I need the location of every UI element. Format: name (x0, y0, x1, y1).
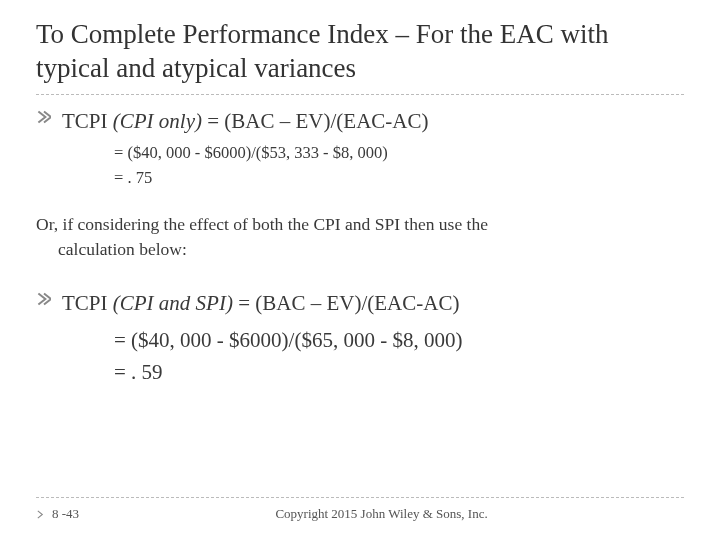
slide: To Complete Performance Index – For the … (0, 0, 720, 540)
copyright: Copyright 2015 John Wiley & Sons, Inc. (79, 506, 684, 522)
mid-line-2: calculation below: (40, 237, 684, 262)
footer-row: 8 -43 Copyright 2015 John Wiley & Sons, … (36, 506, 684, 522)
bullet-2-rest: = (BAC – EV)/(EAC-AC) (233, 291, 460, 315)
mid-paragraph: Or, if considering the effect of both th… (36, 212, 684, 261)
calc-2-line-1: = ($40, 000 - $6000)/($65, 000 - $8, 000… (114, 324, 684, 357)
footer-divider (36, 497, 684, 498)
calc-1: = ($40, 000 - $6000)/($53, 333 - $8, 000… (114, 141, 684, 191)
page-number: 8 -43 (52, 506, 79, 522)
calc-1-line-2: = . 75 (114, 166, 684, 191)
bullet-1-prefix: TCPI (62, 109, 108, 133)
bullet-1-rest: = (BAC – EV)/(EAC-AC) (202, 109, 429, 133)
calc-2-line-2: = . 59 (114, 356, 684, 389)
bullet-1-text: TCPI (CPI only) = (BAC – EV)/(EAC-AC) (62, 107, 429, 135)
slide-title: To Complete Performance Index – For the … (36, 18, 684, 86)
mid-line-1: Or, if considering the effect of both th… (40, 212, 684, 237)
bullet-1-paren: (CPI only) (113, 109, 202, 133)
chevron-right-icon (36, 509, 46, 519)
bullet-icon (36, 107, 52, 127)
footer: 8 -43 Copyright 2015 John Wiley & Sons, … (36, 497, 684, 522)
calc-2: = ($40, 000 - $6000)/($65, 000 - $8, 000… (114, 324, 684, 389)
bullet-1: TCPI (CPI only) = (BAC – EV)/(EAC-AC) (36, 107, 684, 135)
footer-left: 8 -43 (36, 506, 79, 522)
calc-1-line-1: = ($40, 000 - $6000)/($53, 333 - $8, 000… (114, 141, 684, 166)
bullet-2: TCPI (CPI and SPI) = (BAC – EV)/(EAC-AC) (36, 289, 684, 317)
title-divider (36, 94, 684, 95)
bullet-2-paren: (CPI and SPI) (113, 291, 233, 315)
bullet-2-prefix: TCPI (62, 291, 108, 315)
bullet-icon (36, 289, 52, 309)
bullet-2-text: TCPI (CPI and SPI) = (BAC – EV)/(EAC-AC) (62, 289, 459, 317)
